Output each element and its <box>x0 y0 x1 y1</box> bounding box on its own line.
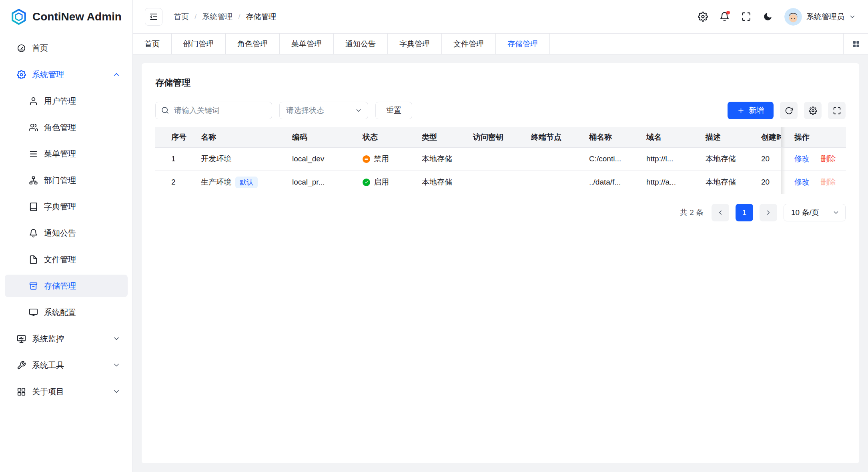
breadcrumb-home[interactable]: 首页 <box>174 12 189 22</box>
edit-link[interactable]: 修改 <box>794 155 810 163</box>
avatar <box>784 8 802 26</box>
sidebar-item-file-management[interactable]: 文件管理 <box>5 248 128 271</box>
sidebar-item-notifications[interactable]: 通知公告 <box>5 222 128 244</box>
fullscreen-button[interactable] <box>737 8 755 26</box>
monitor-chart-icon <box>17 334 26 343</box>
sidebar-item-menu-management[interactable]: 菜单管理 <box>5 143 128 165</box>
user-menu[interactable]: 系统管理员 <box>784 8 856 26</box>
add-button[interactable]: 新增 <box>728 102 774 119</box>
col-no: 序号 <box>155 127 191 147</box>
sidebar-item-label: 字典管理 <box>44 201 76 212</box>
sidebar-item-department-management[interactable]: 部门管理 <box>5 169 128 191</box>
menu-fold-icon <box>149 12 158 22</box>
col-access-key: 访问密钥 <box>463 127 521 147</box>
gear-icon <box>809 106 817 115</box>
sidebar-item-label: 系统管理 <box>32 69 64 80</box>
tab-actions-button[interactable] <box>843 34 868 54</box>
status-enabled-icon <box>363 179 370 186</box>
sidebar-item-role-management[interactable]: 角色管理 <box>5 116 128 139</box>
gauge-icon <box>17 44 26 53</box>
menu-lines-icon <box>29 149 38 159</box>
cell-code: local_dev <box>283 147 353 171</box>
apps-grid-icon <box>852 40 860 48</box>
tab-home[interactable]: 首页 <box>133 34 172 54</box>
refresh-icon <box>785 106 793 115</box>
cell-created: 20 <box>752 171 781 194</box>
status-label: 禁用 <box>374 154 389 164</box>
page-size-select[interactable]: 10 条/页 <box>784 204 846 221</box>
sidebar-item-label: 文件管理 <box>44 254 76 265</box>
tab-notifications[interactable]: 通知公告 <box>334 34 388 54</box>
refresh-button[interactable] <box>780 102 798 119</box>
table-settings-button[interactable] <box>804 102 822 119</box>
delete-link[interactable]: 删除 <box>820 155 836 163</box>
toolbar-right: 新增 <box>728 102 846 119</box>
sidebar-item-system-management[interactable]: 系统管理 <box>5 63 128 86</box>
sidebar-collapse-button[interactable] <box>145 8 162 26</box>
col-status: 状态 <box>353 127 412 147</box>
sidebar: ContiNew Admin 首页 系统管理 <box>0 0 133 472</box>
col-endpoint: 终端节点 <box>521 127 579 147</box>
settings-button[interactable] <box>694 8 712 26</box>
cell-status: 禁用 <box>353 147 412 171</box>
prev-page-button[interactable] <box>712 204 729 221</box>
sidebar-item-label: 用户管理 <box>44 96 76 106</box>
gear-icon <box>698 12 708 22</box>
tab-dictionary-management[interactable]: 字典管理 <box>388 34 442 54</box>
chevron-down-icon <box>112 361 120 369</box>
cell-created: 20 <box>752 147 781 171</box>
reset-button[interactable]: 重置 <box>375 102 412 119</box>
cell-bucket: C:/conti... <box>579 147 637 171</box>
cell-access-key <box>463 171 521 194</box>
page-1-button[interactable]: 1 <box>736 204 753 221</box>
sidebar-item-label: 存储管理 <box>44 281 76 291</box>
sidebar-item-about-project[interactable]: 关于项目 <box>5 380 128 403</box>
tab-role-management[interactable]: 角色管理 <box>226 34 280 54</box>
sidebar-item-label: 部门管理 <box>44 175 76 186</box>
sidebar-item-storage-management[interactable]: 存储管理 <box>5 275 128 297</box>
tab-file-management[interactable]: 文件管理 <box>442 34 496 54</box>
table-row: 2 生产环境 默认 local_pr... <box>155 171 846 194</box>
search-icon <box>161 106 169 114</box>
search-input[interactable] <box>155 102 272 119</box>
col-name: 名称 <box>191 127 283 147</box>
cell-description: 本地存储 <box>696 147 752 171</box>
breadcrumb-system-management[interactable]: 系统管理 <box>202 12 233 22</box>
tab-menu-management[interactable]: 菜单管理 <box>280 34 334 54</box>
breadcrumb: 首页 / 系统管理 / 存储管理 <box>174 12 277 22</box>
sidebar-item-dictionary-management[interactable]: 字典管理 <box>5 195 128 218</box>
users-icon <box>29 123 38 132</box>
page-content: 存储管理 请选择状态 重置 <box>133 54 868 472</box>
status-select-placeholder: 请选择状态 <box>286 105 324 116</box>
cell-type: 本地存储 <box>412 147 463 171</box>
cell-name: 生产环境 默认 <box>191 171 283 194</box>
tab-department-management[interactable]: 部门管理 <box>172 34 226 54</box>
tab-storage-management[interactable]: 存储管理 <box>496 34 550 54</box>
cell-description: 本地存储 <box>696 171 752 194</box>
breadcrumb-separator: / <box>194 12 196 21</box>
chevron-down-icon <box>112 388 120 396</box>
sidebar-item-system-tools[interactable]: 系统工具 <box>5 354 128 376</box>
sidebar-item-system-config[interactable]: 系统配置 <box>5 301 128 323</box>
sidebar-item-label: 系统工具 <box>32 360 64 371</box>
sidebar-item-label: 首页 <box>32 43 48 54</box>
sidebar-item-label: 关于项目 <box>32 386 64 397</box>
chevron-down-icon <box>849 13 856 20</box>
dark-mode-button[interactable] <box>759 8 776 26</box>
sidebar-item-home[interactable]: 首页 <box>5 37 128 59</box>
next-page-button[interactable] <box>760 204 777 221</box>
sidebar-item-user-management[interactable]: 用户管理 <box>5 90 128 112</box>
col-bucket: 桶名称 <box>579 127 637 147</box>
edit-link[interactable]: 修改 <box>794 178 810 186</box>
table-header-row: 序号 名称 编码 状态 类型 访问密钥 终端节点 桶名称 域名 描述 创建时间 <box>155 127 846 147</box>
cell-endpoint <box>521 147 579 171</box>
col-created: 创建时间 <box>752 127 781 147</box>
notifications-button[interactable] <box>716 8 733 26</box>
table-fullscreen-button[interactable] <box>828 102 846 119</box>
storage-icon <box>29 281 38 291</box>
file-icon <box>29 255 38 264</box>
moon-icon <box>763 12 773 22</box>
sidebar-item-system-monitoring[interactable]: 系统监控 <box>5 327 128 350</box>
logo-area[interactable]: ContiNew Admin <box>0 0 132 34</box>
status-select[interactable]: 请选择状态 <box>279 102 368 119</box>
